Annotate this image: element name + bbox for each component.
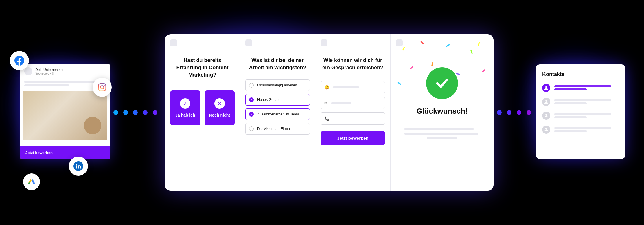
- question: Was ist dir bei deiner Arbeit am wichtig…: [245, 57, 310, 71]
- person-icon: [542, 126, 550, 134]
- svg-point-5: [28, 182, 30, 184]
- answer-no-label: Noch nicht: [209, 113, 230, 117]
- option-label: Hohes Gehalt: [257, 98, 279, 102]
- question: Hast du bereits Erfahrung in Content Mar…: [170, 57, 235, 79]
- linkedin-icon: [69, 157, 88, 176]
- answer-yes-button[interactable]: ✓ Ja hab ich: [170, 90, 200, 125]
- answer-no-button[interactable]: ✕ Noch nicht: [205, 90, 235, 125]
- radio-icon: [249, 83, 254, 88]
- step-icon-placeholder: [245, 39, 252, 46]
- ad-sponsored-label: Sponsored · ⚙: [35, 72, 65, 75]
- contacts-card: Kontakte: [536, 64, 625, 159]
- person-icon: [542, 112, 550, 120]
- flow-dots: [497, 110, 541, 115]
- ad-image: [23, 91, 107, 140]
- contact-row[interactable]: [542, 84, 619, 92]
- step-icon-placeholder: [396, 39, 403, 46]
- field-icon: 😀: [324, 85, 329, 90]
- funnel-step-1: Hast du bereits Erfahrung in Content Mar…: [165, 34, 240, 191]
- contact-row[interactable]: [542, 112, 619, 120]
- ad-company: Dein Unternehmen: [35, 68, 65, 72]
- close-icon: ✕: [214, 98, 225, 109]
- option-label: Zusammenarbeit im Team: [257, 112, 299, 116]
- contact-text-placeholder: [554, 84, 619, 92]
- option[interactable]: Zusammenarbeit im Team: [245, 108, 310, 120]
- instagram-icon: [93, 78, 112, 97]
- option[interactable]: Hohes Gehalt: [245, 94, 310, 106]
- contact-field[interactable]: 😀: [321, 81, 385, 93]
- svg-point-2: [100, 86, 104, 89]
- contact-row[interactable]: [542, 126, 619, 134]
- option-label: Ortsunabhängig arbeiten: [257, 83, 297, 87]
- facebook-icon: [10, 51, 29, 70]
- funnel-step-2: Was ist dir bei deiner Arbeit am wichtig…: [240, 34, 315, 191]
- answer-yes-label: Ja hab ich: [175, 113, 195, 117]
- step-icon-placeholder: [321, 39, 327, 46]
- question: Wie können wir dich für ein Gespräch err…: [321, 57, 385, 71]
- contact-row[interactable]: [542, 98, 619, 106]
- funnel-step-success: Glückwunsch!: [391, 34, 494, 191]
- google-ads-icon: [23, 173, 40, 190]
- svg-point-3: [104, 85, 104, 86]
- contact-field[interactable]: 📞: [321, 113, 385, 125]
- step-icon-placeholder: [170, 39, 177, 46]
- avatar: [24, 67, 32, 75]
- ad-cta-button[interactable]: Jetzt bewerben ›: [20, 146, 110, 159]
- svg-rect-1: [98, 84, 106, 91]
- option[interactable]: Ortsunabhängig arbeiten: [245, 79, 310, 91]
- success-text-placeholder: [404, 126, 480, 142]
- contacts-title: Kontakte: [542, 71, 619, 77]
- success-title: Glückwunsch!: [396, 107, 488, 116]
- flow-dots: [113, 110, 157, 115]
- field-icon: 📞: [324, 116, 329, 121]
- radio-icon: [249, 126, 254, 131]
- contact-text-placeholder: [554, 112, 619, 119]
- funnel-panel: Hast du bereits Erfahrung in Content Mar…: [165, 34, 494, 191]
- radio-icon: [249, 97, 254, 102]
- contact-text-placeholder: [554, 126, 619, 133]
- check-icon: ✓: [180, 98, 190, 109]
- success-check-icon: [426, 67, 458, 99]
- person-icon: [542, 84, 550, 92]
- submit-button[interactable]: Jetzt bewerben: [321, 131, 385, 145]
- field-icon: ✉: [324, 101, 328, 105]
- funnel-step-3: Wie können wir dich für ein Gespräch err…: [315, 34, 391, 191]
- radio-icon: [249, 112, 254, 117]
- submit-label: Jetzt bewerben: [337, 136, 368, 141]
- chevron-right-icon: ›: [104, 150, 105, 155]
- ad-cta-label: Jetzt bewerben: [25, 150, 53, 155]
- contact-text-placeholder: [554, 98, 619, 106]
- option[interactable]: Die Vision der Firma: [245, 123, 310, 135]
- social-ad-card: Dein Unternehmen Sponsored · ⚙ Jetzt bew…: [20, 64, 110, 159]
- option-label: Die Vision der Firma: [257, 127, 290, 131]
- person-icon: [542, 98, 550, 106]
- contact-field[interactable]: ✉: [321, 97, 385, 109]
